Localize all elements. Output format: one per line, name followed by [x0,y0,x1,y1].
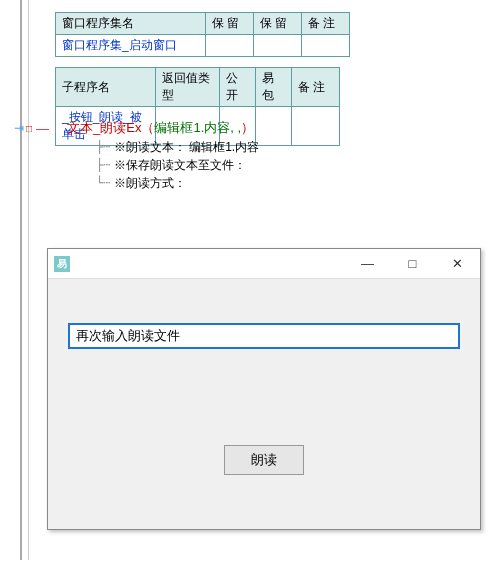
col-public: 公开 [220,68,256,107]
table-row[interactable]: 窗口程序集_启动窗口 [56,35,350,57]
col-reserved2: 保 留 [254,13,302,35]
function-name: 文本_朗读Ex [67,119,141,137]
app-icon: 易 [54,256,70,272]
read-aloud-button[interactable]: 朗读 [224,445,304,475]
hint-line: ├┄ ※朗读文本： 编辑框1.内容 [96,138,259,156]
breakpoint-gutter-icon[interactable]: ⇥ [14,121,24,135]
code-statement-line[interactable]: ⇥ □ — 文本_朗读Ex （ 编辑框1.内容, , ） [14,119,254,137]
col-assembly-name: 窗口程序集名 [56,13,206,35]
col-remark: 备 注 [302,13,350,35]
hint-line: ├┄ ※保存朗读文本至文件： [96,156,259,174]
function-args: 编辑框1.内容, , [154,119,241,137]
window-assembly-table: 窗口程序集名 保 留 保 留 备 注 窗口程序集_启动窗口 [55,12,350,57]
col-remark2: 备 注 [292,68,340,107]
minimize-button[interactable]: — [345,249,390,279]
statement-box-icon: □ [26,123,32,134]
col-reserved1: 保 留 [206,13,254,35]
parameter-hints: ├┄ ※朗读文本： 编辑框1.内容 ├┄ ※保存朗读文本至文件： └┄ ※朗读方… [96,138,259,192]
runtime-window: 易 — □ ✕ 朗读 [47,248,481,530]
col-epackage: 易包 [256,68,292,107]
statement-dash: — [36,121,47,136]
hint-line: └┄ ※朗读方式： [96,174,259,192]
close-button[interactable]: ✕ [435,249,480,279]
window-client-area: 朗读 [48,279,480,529]
assembly-name-cell[interactable]: 窗口程序集_启动窗口 [56,35,206,57]
text-input[interactable] [68,323,460,349]
col-return-type: 返回值类型 [156,68,220,107]
maximize-button[interactable]: □ [390,249,435,279]
col-sub-name: 子程序名 [56,68,156,107]
titlebar[interactable]: 易 — □ ✕ [48,249,480,279]
